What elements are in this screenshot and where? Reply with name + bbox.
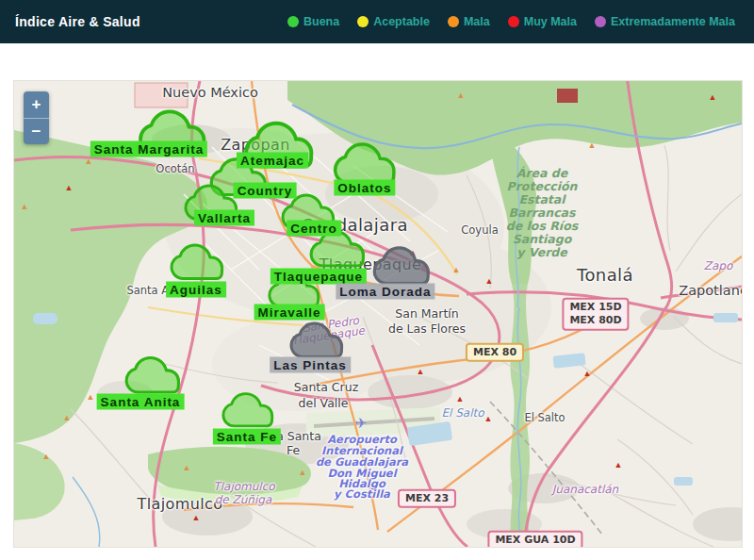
legend-dot-icon (357, 16, 369, 27)
station-label-atemajac[interactable]: Atemajac (237, 153, 308, 169)
legend-label: Muy Mala (524, 15, 577, 28)
legend-dot-icon (448, 16, 459, 27)
legend-item-extremadamente-mala: Extremadamente Mala (595, 15, 735, 28)
air-quality-map[interactable]: Nuevo MéxicoZapopanOcotánGuadalajaraTlaq… (13, 80, 743, 548)
station-label-aguilas[interactable]: Aguilas (166, 282, 226, 298)
map-zoom-control: + − (24, 91, 49, 144)
legend-item-muy-mala: Muy Mala (508, 15, 577, 28)
app-header: Índice Aire & Salud BuenaAceptableMalaMu… (0, 0, 754, 43)
legend-label: Mala (464, 15, 490, 28)
station-label-vallarta[interactable]: Vallarta (194, 210, 254, 226)
station-cloud-icon-aguilas[interactable] (168, 241, 226, 283)
station-cloud-icon-loma-dorada[interactable] (370, 244, 433, 288)
legend-item-buena: Buena (287, 15, 339, 28)
station-label-centro[interactable]: Centro (287, 221, 341, 237)
app-title: Índice Aire & Salud (15, 14, 140, 29)
station-label-miravalle[interactable]: Miravalle (254, 305, 325, 321)
legend-dot-icon (595, 16, 606, 27)
legend-item-mala: Mala (448, 15, 490, 28)
station-cloud-icon-las-pintas[interactable] (287, 320, 346, 361)
legend-label: Buena (303, 15, 339, 28)
legend-dot-icon (287, 16, 299, 27)
station-label-santa-fe[interactable]: Santa Fe (213, 429, 281, 445)
legend-label: Aceptable (373, 15, 430, 28)
legend: BuenaAceptableMalaMuy MalaExtremadamente… (287, 15, 735, 28)
station-label-tlaquepaque[interactable]: Tlaquepaque (270, 269, 367, 285)
legend-item-aceptable: Aceptable (357, 15, 430, 28)
station-cloud-icon-santa-fe[interactable] (220, 390, 276, 431)
station-cloud-icon-santa-anita[interactable] (123, 354, 183, 396)
station-label-santa-margarita[interactable]: Santa Margarita (90, 141, 207, 157)
station-label-las-pintas[interactable]: Las Pintas (270, 357, 351, 373)
legend-dot-icon (508, 16, 519, 27)
station-label-country[interactable]: Country (234, 183, 297, 199)
station-label-loma-dorada[interactable]: Loma Dorada (336, 284, 434, 300)
zoom-out-button[interactable]: − (24, 118, 49, 144)
station-label-santa-anita[interactable]: Santa Anita (97, 394, 185, 410)
zoom-in-button[interactable]: + (24, 91, 49, 118)
legend-label: Extremadamente Mala (611, 15, 735, 28)
station-label-oblatos[interactable]: Oblatos (334, 180, 395, 196)
